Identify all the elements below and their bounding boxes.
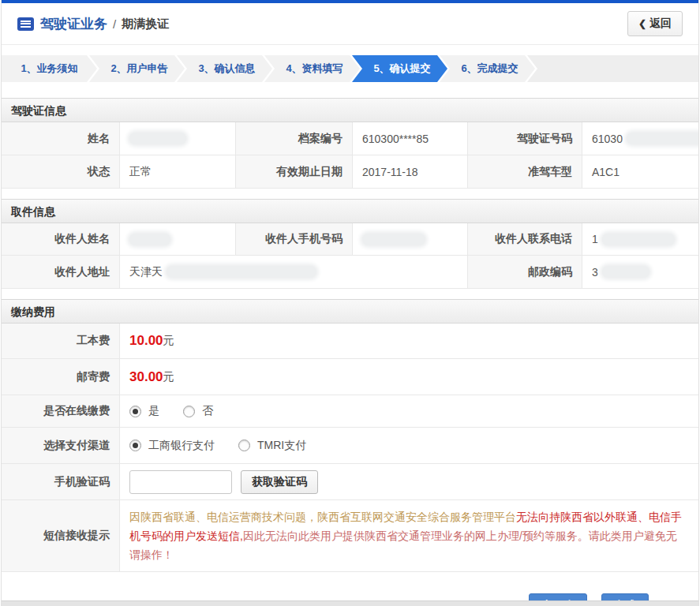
table-row: 收件人姓名 收件人手机号码 收件人联系电话 1 (2, 223, 698, 256)
table-row: 手机验证码 获取验证码 (2, 464, 698, 500)
form-list-icon (17, 17, 34, 31)
page-header: 驾驶证业务 / 期满换证 ❮返回 (2, 3, 698, 45)
radio-label: 是 (148, 404, 159, 418)
table-row: 姓名 档案编号 610300****85 驾驶证号码 61030 (2, 122, 698, 155)
step-wizard-filler (527, 55, 698, 82)
field-label-production-fee: 工本费 (2, 324, 120, 358)
field-value-production-fee: 10.00元 (120, 324, 698, 358)
notice-paragraph: 因陕西省联通、电信运营商技术问题，陕西省互联网交通安全综合服务管理平台无法向持陕… (120, 500, 698, 571)
field-label-sms-code: 手机验证码 (2, 464, 120, 499)
field-label-name: 姓名 (2, 122, 120, 155)
value-prefix: 3 (592, 266, 598, 279)
step-2-user-declaration[interactable]: 2、用户申告 (89, 55, 185, 82)
redacted-value (129, 133, 186, 144)
redacted-value (602, 266, 649, 278)
table-row: 短信接收提示 因陕西省联通、电信运营商技术问题，陕西省互联网交通安全综合服务管理… (2, 500, 698, 572)
fee-unit: 元 (163, 370, 174, 384)
field-value-vehicle-class: A1C1 (582, 155, 698, 188)
field-label-pay-online: 是否在线缴费 (2, 395, 120, 427)
fee-amount: 30.00 (129, 369, 163, 385)
back-button[interactable]: ❮返回 (627, 11, 683, 36)
redacted-value (129, 234, 170, 245)
value-prefix: 天津天 (129, 265, 163, 279)
radio-option-tmri[interactable]: TMRI支付 (238, 439, 306, 453)
fee-amount: 10.00 (129, 333, 163, 349)
step-wizard: 1、业务须知 2、用户申告 3、确认信息 4、资料填写 5、确认提交 6、完成提… (2, 55, 698, 82)
field-label-status: 状态 (2, 155, 120, 188)
field-label-payment-channel: 选择支付渠道 (2, 428, 120, 463)
table-row: 工本费 10.00元 (2, 324, 698, 359)
value-prefix: 1 (592, 233, 598, 245)
step-3-confirm-info[interactable]: 3、确认信息 (177, 55, 272, 82)
chevron-left-icon: ❮ (638, 18, 646, 29)
field-label-file-number: 档案编号 (236, 122, 353, 155)
redacted-value (627, 133, 699, 144)
step-1-business-notice[interactable]: 1、业务须知 (2, 55, 97, 82)
table-row: 是否在线缴费 是 否 (2, 395, 698, 428)
redacted-value (167, 266, 316, 278)
field-label-postal-code: 邮政编码 (468, 256, 582, 288)
radio-unselected-icon[interactable] (238, 440, 250, 451)
radio-label: 否 (202, 404, 213, 418)
sms-code-input[interactable] (129, 470, 232, 494)
section-title-license-info: 驾驶证信息 (2, 98, 698, 122)
section-title-fees: 缴纳费用 (2, 299, 698, 324)
section-title-pickup-info: 取件信息 (2, 199, 698, 223)
breadcrumb-current: 期满换证 (122, 17, 169, 32)
sms-notice-text: 因陕西省联通、电信运营商技术问题，陕西省互联网交通安全综合服务管理平台无法向持陕… (120, 500, 698, 571)
field-label-recipient-mobile: 收件人手机号码 (236, 223, 353, 255)
field-label-recipient-phone: 收件人联系电话 (468, 223, 582, 255)
page: 驾驶证业务 / 期满换证 ❮返回 1、业务须知 2、用户申告 3、确认信息 4、… (1, 0, 699, 606)
payment-channel-options: 工商银行支付 TMRI支付 (120, 428, 698, 463)
field-label-postage-fee: 邮寄费 (2, 359, 120, 395)
field-label-license-number: 驾驶证号码 (468, 122, 582, 155)
pay-online-options: 是 否 (120, 395, 698, 427)
step-6-finish-submit[interactable]: 6、完成提交 (440, 55, 535, 82)
field-value-file-number: 610300****85 (353, 122, 468, 155)
radio-label: 工商银行支付 (148, 439, 215, 453)
radio-option-icbc[interactable]: 工商银行支付 (129, 439, 215, 453)
field-value-license-number: 61030 (582, 122, 699, 155)
field-value-recipient-phone: 1 (582, 223, 698, 255)
table-row: 邮寄费 30.00元 (2, 359, 698, 395)
field-value-recipient-name (120, 223, 236, 255)
table-row: 选择支付渠道 工商银行支付 TMRI支付 (2, 428, 698, 464)
value-prefix: 61030 (592, 133, 623, 145)
redacted-value (602, 234, 675, 245)
radio-selected-icon[interactable] (129, 406, 141, 417)
step-5-confirm-submit[interactable]: 5、确认提交 (352, 55, 447, 82)
radio-label: TMRI支付 (257, 439, 306, 453)
radio-option-no[interactable]: 否 (183, 404, 213, 418)
sms-code-field: 获取验证码 (120, 464, 698, 499)
bottom-strip (2, 600, 698, 606)
field-label-recipient-name: 收件人姓名 (2, 223, 120, 255)
breadcrumb-divider: / (113, 17, 116, 31)
fee-unit: 元 (163, 334, 174, 348)
radio-option-yes[interactable]: 是 (129, 404, 159, 418)
notice-segment: 因陕西省联通、电信运营商技术问题，陕西省互联网交通安全综合服务管理平台 (129, 511, 516, 523)
field-value-postal-code: 3 (582, 256, 698, 288)
field-label-valid-until: 有效期止日期 (236, 155, 353, 188)
radio-unselected-icon[interactable] (183, 406, 195, 417)
back-button-label: 返回 (649, 17, 672, 29)
field-value-postage-fee: 30.00元 (120, 359, 698, 395)
get-sms-code-button[interactable]: 获取验证码 (241, 470, 318, 494)
field-value-valid-until: 2017-11-18 (353, 155, 468, 188)
field-value-name (120, 122, 236, 155)
table-row: 收件人地址 天津天 邮政编码 3 (2, 256, 698, 289)
redacted-value (362, 234, 425, 245)
field-label-vehicle-class: 准驾车型 (468, 155, 582, 188)
field-value-recipient-address: 天津天 (120, 256, 468, 288)
table-row: 状态 正常 有效期止日期 2017-11-18 准驾车型 A1C1 (2, 155, 698, 189)
page-title: 驾驶证业务 (40, 15, 107, 33)
radio-selected-icon[interactable] (129, 440, 141, 451)
field-label-recipient-address: 收件人地址 (2, 256, 120, 288)
field-label-sms-notice: 短信接收提示 (2, 500, 120, 571)
step-4-fill-data[interactable]: 4、资料填写 (264, 55, 360, 82)
field-value-status: 正常 (120, 155, 236, 188)
field-value-recipient-mobile (353, 223, 468, 255)
